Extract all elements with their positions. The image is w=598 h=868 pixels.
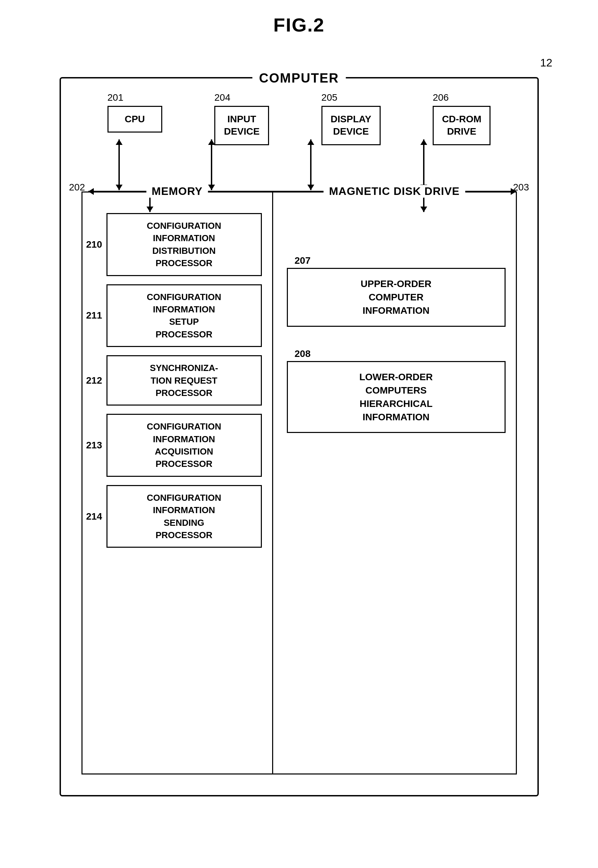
figure-ref-12: 12 <box>540 57 552 69</box>
outer-container: 12 COMPUTER 201 CPU 204 INPUTDEVICE 205 … <box>46 57 552 810</box>
disk-label: MAGNETIC DISK DRIVE <box>323 185 465 198</box>
proc-ref-213: 213 <box>86 438 102 452</box>
svg-marker-13 <box>420 139 427 145</box>
proc-211: 211 CONFIGURATIONINFORMATIONSETUPPROCESS… <box>106 284 262 347</box>
proc-ref-212: 212 <box>86 374 102 387</box>
data-block-207: 207 UPPER-ORDERCOMPUTERINFORMATION <box>287 268 505 327</box>
page-title: FIG.2 <box>273 14 324 36</box>
proc-210: 210 CONFIGURATIONINFORMATIONDISTRIBUTION… <box>106 213 262 276</box>
svg-marker-5 <box>116 184 123 190</box>
proc-213: 213 CONFIGURATIONINFORMATIONACQUISITIONP… <box>106 414 262 477</box>
proc-ref-211: 211 <box>86 309 102 322</box>
svg-marker-10 <box>307 139 314 145</box>
memory-box: MEMORY 210 CONFIGURATIONINFORMATIONDISTR… <box>81 192 273 775</box>
proc-214: 214 CONFIGURATIONINFORMATIONSENDINGPROCE… <box>106 485 262 548</box>
svg-marker-4 <box>116 139 123 145</box>
svg-marker-8 <box>208 184 215 190</box>
svg-marker-11 <box>307 184 314 190</box>
data-block-208: 208 LOWER-ORDERCOMPUTERSHIERARCHICALINFO… <box>287 361 505 433</box>
data-ref-208: 208 <box>295 347 311 360</box>
data-ref-207: 207 <box>295 254 311 267</box>
computer-box: COMPUTER 201 CPU 204 INPUTDEVICE 205 DIS… <box>60 77 539 796</box>
proc-ref-214: 214 <box>86 510 102 523</box>
bottom-section: MEMORY 210 CONFIGURATIONINFORMATIONDISTR… <box>81 192 517 775</box>
disk-drive-box: MAGNETIC DISK DRIVE 207 UPPER-ORDERCOMPU… <box>273 192 517 775</box>
proc-212: 212 SYNCHRONIZA-TION REQUESTPROCESSOR <box>106 355 262 406</box>
svg-marker-7 <box>208 139 215 145</box>
proc-ref-210: 210 <box>86 238 102 251</box>
memory-label: MEMORY <box>146 185 208 198</box>
